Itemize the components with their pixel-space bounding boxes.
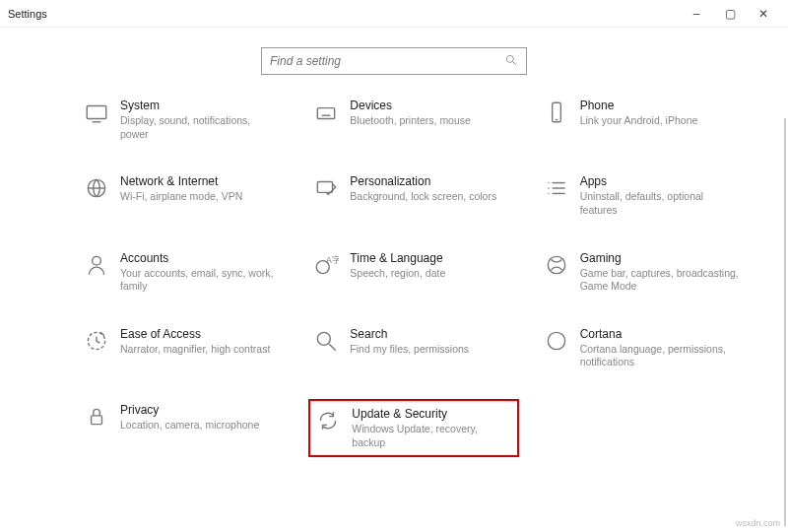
tile-title: Ease of Access <box>120 327 279 341</box>
tile-title: Personalization <box>350 174 508 188</box>
tile-title: System <box>120 99 279 112</box>
tile-text: Update & SecurityWindows Update, recover… <box>352 407 512 449</box>
tile-text: AppsUninstall, defaults, optional featur… <box>580 174 745 217</box>
tile-desc: Cortana language, permissions, notificat… <box>580 343 739 369</box>
search-input[interactable] <box>270 54 504 68</box>
tile-text: PrivacyLocation, camera, microphone <box>120 403 285 432</box>
tile-network[interactable]: Network & InternetWi-Fi, airplane mode, … <box>79 170 289 221</box>
paint-icon <box>312 174 340 202</box>
language-icon <box>312 251 340 279</box>
tile-system[interactable]: SystemDisplay, sound, notifications, pow… <box>79 95 289 145</box>
tile-apps[interactable]: AppsUninstall, defaults, optional featur… <box>539 170 749 221</box>
tile-title: Time & Language <box>350 251 508 265</box>
tile-cortana[interactable]: CortanaCortana language, permissions, no… <box>539 323 749 373</box>
tile-title: Network & Internet <box>120 174 279 188</box>
tile-title: Accounts <box>120 251 279 265</box>
window-title: Settings <box>8 8 680 20</box>
minimize-button[interactable]: – <box>680 0 713 28</box>
tile-gaming[interactable]: GamingGame bar, captures, broadcasting, … <box>539 247 749 298</box>
tile-text: CortanaCortana language, permissions, no… <box>580 327 745 369</box>
list-icon <box>543 174 570 202</box>
tile-privacy[interactable]: PrivacyLocation, camera, microphone <box>79 399 289 457</box>
tile-devices[interactable]: DevicesBluetooth, printers, mouse <box>308 95 518 145</box>
tile-time[interactable]: Time & LanguageSpeech, region, date <box>308 247 518 298</box>
tile-search[interactable]: SearchFind my files, permissions <box>308 323 518 373</box>
settings-grid: SystemDisplay, sound, notifications, pow… <box>79 95 749 457</box>
phone-icon <box>543 99 570 126</box>
tile-title: Cortana <box>580 327 739 341</box>
tile-text: SearchFind my files, permissions <box>350 327 514 357</box>
monitor-icon <box>83 99 110 126</box>
cortana-icon <box>543 327 570 355</box>
tile-text: Time & LanguageSpeech, region, date <box>350 251 514 281</box>
window-controls: – ▢ ✕ <box>680 0 780 28</box>
titlebar: Settings – ▢ ✕ <box>0 0 788 28</box>
tile-text: PhoneLink your Android, iPhone <box>580 99 745 128</box>
attribution-text: wsxdn.com <box>736 518 780 528</box>
tile-desc: Find my files, permissions <box>350 343 508 357</box>
search-input-box[interactable] <box>261 47 527 75</box>
maximize-button[interactable]: ▢ <box>713 0 747 28</box>
tile-text: SystemDisplay, sound, notifications, pow… <box>120 99 285 141</box>
tile-phone[interactable]: PhoneLink your Android, iPhone <box>539 95 749 145</box>
scrollbar[interactable] <box>784 118 786 526</box>
tile-text: AccountsYour accounts, email, sync, work… <box>120 251 285 294</box>
tile-accounts[interactable]: AccountsYour accounts, email, sync, work… <box>79 247 289 298</box>
svg-point-0 <box>506 55 513 62</box>
tile-desc: Display, sound, notifications, power <box>120 114 279 141</box>
tile-text: GamingGame bar, captures, broadcasting, … <box>580 251 745 294</box>
tile-desc: Your accounts, email, sync, work, family <box>120 267 279 294</box>
tile-title: Update & Security <box>352 407 506 421</box>
tile-desc: Link your Android, iPhone <box>580 114 739 128</box>
ease-icon <box>83 327 110 355</box>
tile-desc: Location, camera, microphone <box>120 419 279 432</box>
svg-line-1 <box>513 61 517 65</box>
tile-personalize[interactable]: PersonalizationBackground, lock screen, … <box>308 170 518 221</box>
close-button[interactable]: ✕ <box>747 0 780 28</box>
person-icon <box>83 251 110 279</box>
tile-desc: Wi-Fi, airplane mode, VPN <box>120 190 279 204</box>
settings-grid-container: SystemDisplay, sound, notifications, pow… <box>0 85 788 467</box>
lock-icon <box>83 403 110 431</box>
tile-text: DevicesBluetooth, printers, mouse <box>350 99 514 128</box>
globe-icon <box>83 174 110 202</box>
tile-update[interactable]: Update & SecurityWindows Update, recover… <box>308 399 518 457</box>
tile-desc: Windows Update, recovery, backup <box>352 423 506 449</box>
tile-title: Gaming <box>580 251 739 265</box>
tile-title: Apps <box>580 174 739 188</box>
tile-desc: Bluetooth, printers, mouse <box>350 114 508 128</box>
tile-title: Devices <box>350 99 508 112</box>
search-container <box>0 28 788 85</box>
tile-text: Ease of AccessNarrator, magnifier, high … <box>120 327 285 357</box>
tile-desc: Game bar, captures, broadcasting, Game M… <box>580 267 739 294</box>
tile-text: Network & InternetWi-Fi, airplane mode, … <box>120 174 285 204</box>
tile-desc: Uninstall, defaults, optional features <box>580 190 739 217</box>
xbox-icon <box>543 251 570 279</box>
tile-ease[interactable]: Ease of AccessNarrator, magnifier, high … <box>79 323 289 373</box>
tile-desc: Background, lock screen, colors <box>350 190 508 204</box>
tile-title: Privacy <box>120 403 279 417</box>
keyboard-icon <box>312 99 340 126</box>
sync-icon <box>314 407 342 434</box>
tile-text: PersonalizationBackground, lock screen, … <box>350 174 514 204</box>
search-icon <box>504 53 518 70</box>
tile-title: Search <box>350 327 508 341</box>
tile-desc: Narrator, magnifier, high contrast <box>120 343 279 357</box>
search-icon <box>312 327 340 355</box>
tile-title: Phone <box>580 99 739 112</box>
tile-desc: Speech, region, date <box>350 267 508 281</box>
